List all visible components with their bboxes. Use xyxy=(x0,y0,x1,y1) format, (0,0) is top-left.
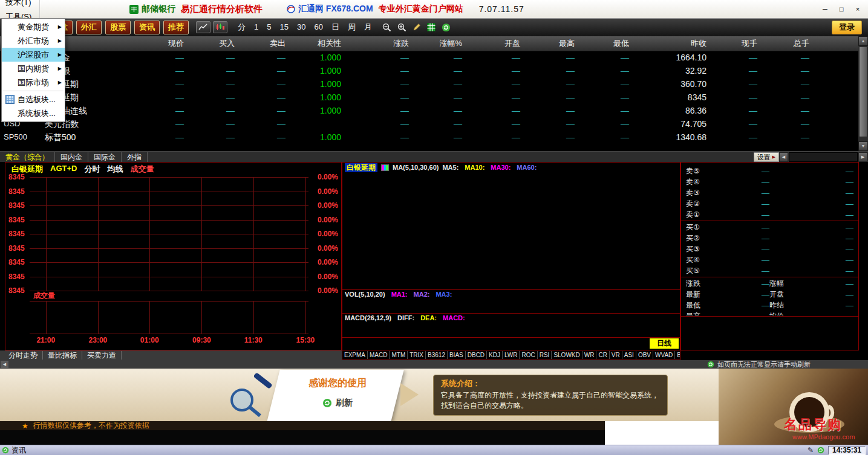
chart-bottom-tab[interactable]: 买卖力道 xyxy=(82,351,122,360)
order-row: 卖③—— xyxy=(681,187,858,198)
dropdown-item[interactable]: 国际市场▶ xyxy=(2,76,65,89)
quote-row[interactable]: 伦敦银———1.000—————32.92—— xyxy=(0,64,858,77)
calculator-icon[interactable] xyxy=(427,23,436,31)
toolbar-button[interactable]: 推荐 xyxy=(163,21,189,34)
dropdown-item[interactable]: 外汇市场▶ xyxy=(2,34,65,48)
dropdown-item[interactable]: 沪深股市▶ xyxy=(2,48,65,62)
time-axis-label: 15:30 xyxy=(296,336,315,344)
quote-row[interactable]: 黄金延期———1.000—————360.70—— xyxy=(0,77,858,91)
price-axis-label: 8345 xyxy=(8,258,25,266)
quote-row[interactable]: USD美元指数————————74.705—— xyxy=(0,117,858,131)
market-tab[interactable]: 国际金 xyxy=(88,152,122,162)
market-tab[interactable]: 外指 xyxy=(122,152,148,162)
order-row: 买③—— xyxy=(681,244,858,254)
refresh-icon[interactable] xyxy=(442,23,451,32)
indicator-tab[interactable]: DBCD xyxy=(466,351,487,359)
period-daily-button[interactable]: 日线 xyxy=(650,338,679,349)
toolbar-button[interactable]: 股票 xyxy=(105,21,131,34)
draw-pen-icon[interactable] xyxy=(413,23,421,31)
pen-icon[interactable]: ✎ xyxy=(808,446,814,454)
indicator-tab[interactable]: ASI xyxy=(622,351,636,359)
period-button[interactable]: 月 xyxy=(360,19,376,36)
quote-scrollbar[interactable]: ▲ ▼ xyxy=(858,36,868,151)
indicator-tab[interactable]: SLOWKD xyxy=(552,351,582,359)
vol-legend: MA1:MA2:MA3: xyxy=(391,291,452,298)
login-button[interactable]: 登录 xyxy=(832,21,862,34)
close-button[interactable]: × xyxy=(852,5,863,14)
quote-row[interactable]: SP500标普500———1.000—————1340.68—— xyxy=(0,131,858,144)
indicator-tab[interactable]: BIAS xyxy=(448,351,466,359)
chart-bottom-tabs: 分时走势量比指标买卖力道 xyxy=(0,350,342,360)
period-button[interactable]: 15 xyxy=(275,19,292,36)
quote-cell: — xyxy=(190,66,241,76)
indicator-tab[interactable]: LWR xyxy=(503,351,520,359)
indicator-tab[interactable]: VR xyxy=(610,351,622,359)
settings-button[interactable]: 设置 ▶ xyxy=(754,152,779,162)
dropdown-item[interactable]: 国内期货▶ xyxy=(2,62,65,76)
period-button[interactable]: 日 xyxy=(327,19,344,36)
market-tab[interactable]: 黄金（综合） xyxy=(0,152,55,162)
chart-bottom-tab[interactable]: 分时走势 xyxy=(4,351,43,360)
quote-row[interactable]: 美原油连线———1.000—————86.36—— xyxy=(0,104,858,117)
scroll-up-icon[interactable]: ▲ xyxy=(858,36,868,46)
indicator-tab[interactable]: OBV xyxy=(636,351,653,359)
quote-row[interactable]: 白银延期———1.000—————8345—— xyxy=(0,91,858,104)
period-button[interactable]: 30 xyxy=(293,19,310,36)
indicator-tab[interactable]: MTM xyxy=(390,351,408,359)
period-button[interactable]: 60 xyxy=(310,19,327,36)
indicator-tab[interactable]: WVAD xyxy=(653,351,675,359)
dropdown-item-label: 自选板块... xyxy=(18,94,56,105)
toolbar-button[interactable]: 外汇 xyxy=(76,21,102,34)
period-button[interactable]: 周 xyxy=(344,19,360,36)
market-tab[interactable]: 国内金 xyxy=(55,152,88,162)
stat-label: 最新 xyxy=(686,289,714,300)
indicator-tab[interactable]: BO xyxy=(675,351,680,359)
line-chart-button[interactable] xyxy=(196,21,210,33)
indicator-tab[interactable]: B3612 xyxy=(426,351,448,359)
maximize-button[interactable]: □ xyxy=(836,5,847,14)
order-row: 买④—— xyxy=(681,254,858,265)
quote-cell: 1.000 xyxy=(292,92,347,102)
refresh-icon[interactable] xyxy=(817,447,824,454)
zoom-out-icon[interactable] xyxy=(382,23,391,32)
back-arrow-icon[interactable]: ◀ xyxy=(1,361,8,368)
banner-refresh-button[interactable]: 刷新 xyxy=(283,398,392,408)
tab-scroll-left-icon[interactable]: ◀ xyxy=(779,152,788,162)
chart-bottom-tab[interactable]: 量比指标 xyxy=(43,351,82,360)
dropdown-item[interactable]: 自选板块... xyxy=(2,92,65,106)
toolbar-button[interactable]: 资讯 xyxy=(134,21,160,34)
indicator-tab[interactable]: RSI xyxy=(538,351,552,359)
zoom-in-icon[interactable] xyxy=(397,23,406,32)
candle-chart-button[interactable] xyxy=(213,21,227,33)
kline-chart-panel[interactable]: 白银延期 MA(5,10,30,60) MA5:MA10:MA30:MA60: … xyxy=(342,162,680,360)
dropdown-item-label: 外汇市场 xyxy=(18,36,49,47)
stat-row: 最新—开盘— xyxy=(681,289,858,300)
dropdown-item[interactable]: 系统板块... xyxy=(2,106,65,120)
indicator-tab[interactable]: MACD xyxy=(368,351,390,359)
quote-row[interactable]: 伦敦金———1.000—————1664.10—— xyxy=(0,51,858,64)
refresh-note[interactable]: 如页面无法正常显示请手动刷新 xyxy=(707,360,811,369)
minimize-button[interactable]: ─ xyxy=(820,5,830,14)
period-button[interactable]: 1 xyxy=(250,19,263,36)
column-header: 开盘 xyxy=(468,38,526,49)
tab-scroll-track[interactable] xyxy=(789,152,858,162)
period-button[interactable]: 5 xyxy=(263,19,275,36)
indicator-tab[interactable]: EXPMA xyxy=(342,351,368,359)
order-price: — xyxy=(714,199,769,208)
indicator-tab[interactable]: CR xyxy=(596,351,609,359)
indicator-tab[interactable]: ROC xyxy=(520,351,537,359)
indicator-tab[interactable]: TRIX xyxy=(408,351,426,359)
scrollbar-thumb[interactable] xyxy=(859,47,867,137)
quote-cell: — xyxy=(468,132,526,142)
period-button[interactable]: 分 xyxy=(233,19,250,36)
scroll-down-icon[interactable]: ▼ xyxy=(858,141,868,151)
tab-scroll-right-icon[interactable]: ▶ xyxy=(858,152,867,162)
indicator-tab[interactable]: KDJ xyxy=(487,351,503,359)
indicator-tab[interactable]: WR xyxy=(582,351,597,359)
gridline xyxy=(253,302,254,334)
news-button[interactable]: 资讯 xyxy=(2,445,26,455)
dropdown-item[interactable]: 黄金期货▶ xyxy=(2,20,65,34)
sell-queue: 卖⑤——卖④——卖③——卖②——卖①—— xyxy=(681,166,858,220)
menubar-item[interactable]: 技术(T) xyxy=(0,0,40,10)
time-chart-panel[interactable]: 白银延期AGT+D分时均线成交量 83458345834583458345834… xyxy=(5,162,342,350)
